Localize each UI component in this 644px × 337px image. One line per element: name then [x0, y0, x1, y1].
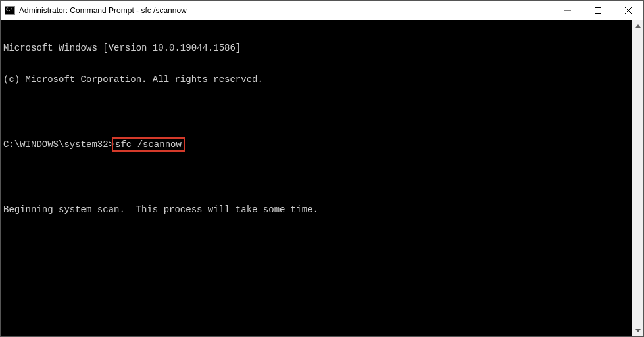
window-title: Administrator: Command Prompt - sfc /sca…: [19, 6, 553, 15]
window-controls: [553, 1, 643, 20]
scroll-track[interactable]: [632, 32, 643, 325]
maximize-button[interactable]: [583, 1, 613, 20]
prompt-path: C:\WINDOWS\system32>: [3, 139, 114, 150]
svg-rect-1: [595, 8, 601, 14]
status-line: Beginning system scan. This process will…: [3, 204, 630, 215]
scroll-up-button[interactable]: [632, 20, 643, 32]
scroll-down-button[interactable]: [632, 325, 643, 336]
cmd-icon: [5, 6, 15, 15]
close-button[interactable]: [613, 1, 643, 20]
terminal-output[interactable]: Microsoft Windows [Version 10.0.19044.15…: [1, 20, 632, 336]
copyright-line: (c) Microsoft Corporation. All rights re…: [3, 74, 630, 85]
command-prompt-window: Administrator: Command Prompt - sfc /sca…: [0, 0, 644, 337]
blank-line: [3, 173, 630, 183]
command-highlight: sfc /scannow: [112, 137, 185, 152]
prompt-line: C:\WINDOWS\system32>sfc /scannow: [3, 137, 630, 152]
version-line: Microsoft Windows [Version 10.0.19044.15…: [3, 43, 630, 53]
client-area: Microsoft Windows [Version 10.0.19044.15…: [1, 20, 643, 336]
minimize-button[interactable]: [553, 1, 583, 20]
titlebar[interactable]: Administrator: Command Prompt - sfc /sca…: [1, 1, 643, 20]
vertical-scrollbar[interactable]: [632, 20, 643, 336]
blank-line: [3, 106, 630, 116]
